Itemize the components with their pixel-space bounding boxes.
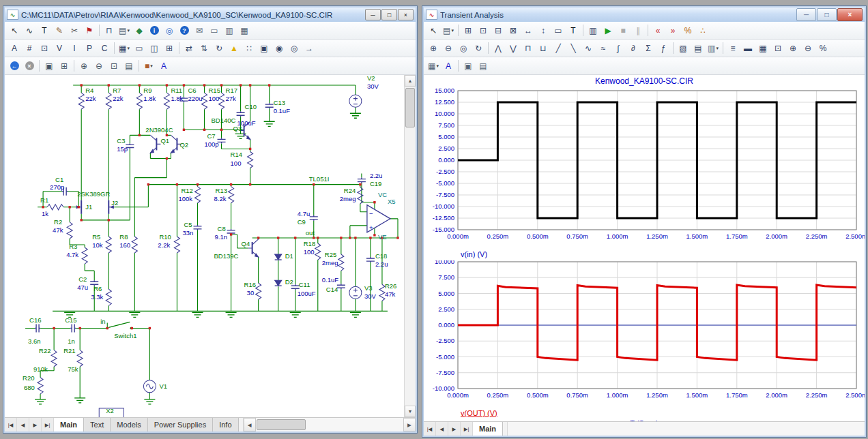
scrollbar-track[interactable] (508, 422, 865, 436)
tag-icon[interactable]: ▭ (551, 24, 565, 37)
stop-icon[interactable]: ■ (616, 24, 630, 37)
peak-icon[interactable]: ⋀ (491, 42, 505, 55)
function-icon[interactable]: ƒ (656, 42, 670, 55)
vout-axis-label[interactable]: v(OUT) (V) (461, 409, 865, 419)
flip-vertical-icon[interactable]: ⇅ (197, 42, 211, 55)
goto-icon[interactable]: → (302, 42, 316, 55)
flip-horizontal-icon[interactable]: ⇄ (182, 42, 196, 55)
select-icon[interactable]: ↖ (8, 24, 21, 37)
slope-down-icon[interactable]: ╲ (566, 42, 580, 55)
fill-color-icon[interactable]: ■▾ (142, 59, 156, 73)
grid-select-icon[interactable]: ▦▾ (426, 59, 440, 73)
border-icon[interactable]: ▭ (132, 42, 146, 55)
last-page-button[interactable]: ▶| (42, 418, 54, 432)
printer-icon[interactable]: ▦ (237, 24, 251, 37)
derivative-icon[interactable]: ∂ (626, 42, 640, 55)
ripple-icon[interactable]: ≈ (596, 42, 610, 55)
valley-icon[interactable]: ⋁ (506, 42, 520, 55)
horizontal-scrollbar[interactable]: ◀ ▶ (243, 418, 416, 432)
scrollbar-thumb[interactable] (257, 419, 306, 430)
waveform-icon[interactable]: ∿ (581, 42, 595, 55)
maximize-button[interactable]: □ (381, 9, 397, 20)
stack-plots-icon[interactable]: ▤ (691, 42, 705, 55)
percent-icon[interactable]: % (816, 42, 830, 55)
help-icon[interactable]: ? (177, 24, 191, 37)
copy-icon[interactable]: ▣ (461, 59, 475, 73)
cursor-left-icon[interactable]: « (651, 24, 665, 37)
sheet-icon[interactable]: ▥ (222, 24, 236, 37)
box-tool-icon[interactable]: ▣ (257, 42, 271, 55)
power-display-icon[interactable]: P (83, 42, 96, 55)
find-next-icon[interactable]: ◎ (287, 42, 301, 55)
pencil-icon[interactable]: ✎ (53, 24, 66, 37)
scale-icon[interactable]: % (681, 24, 695, 37)
maximize-button[interactable]: □ (817, 8, 837, 21)
paint-icon[interactable]: ◆ (132, 24, 146, 37)
rise-edge-icon[interactable]: ⊓ (521, 42, 535, 55)
find-icon[interactable]: ◉ (272, 42, 286, 55)
grid-icon[interactable]: ▦▾ (117, 42, 131, 55)
previous-page-button[interactable]: ◀ (17, 418, 29, 432)
back-icon[interactable]: ← (8, 59, 21, 73)
clipboard-icon[interactable]: ▥▾ (706, 42, 720, 55)
clipboard-icon[interactable]: ▤▾ (117, 24, 131, 37)
snapshot-icon[interactable]: ▤ (122, 59, 136, 73)
wire-mode-icon[interactable]: ∿ (23, 24, 36, 37)
close-button[interactable]: × (398, 9, 414, 20)
previous-page-button[interactable]: ◀ (436, 422, 448, 436)
first-page-button[interactable]: |◀ (5, 418, 17, 432)
scroll-down-button[interactable]: ▼ (405, 406, 416, 417)
zoom-out-icon[interactable]: ⊖ (92, 59, 106, 73)
scissors-icon[interactable]: ✂ (68, 24, 81, 37)
zoom-in-icon[interactable]: ⊕ (77, 59, 91, 73)
scrollbar-thumb[interactable] (405, 88, 415, 127)
transient-window-titlebar[interactable]: ∿ Transient Analysis ─ □ × (424, 7, 865, 22)
zoom-area-icon[interactable]: ⊡ (107, 59, 121, 73)
pin-numbers-icon[interactable]: # (23, 42, 36, 55)
run-icon[interactable]: ▶ (601, 24, 615, 37)
paste-icon[interactable]: ▤ (476, 59, 490, 73)
scope-box-icon[interactable]: ⊞ (461, 24, 475, 37)
notebook-icon[interactable]: ▬ (741, 42, 755, 55)
text-mode-icon[interactable]: T (38, 24, 51, 37)
first-page-button[interactable]: |◀ (424, 422, 436, 436)
duplicate-page-icon[interactable]: ⊞ (57, 59, 71, 73)
zoom-out-icon[interactable]: ⊖ (442, 42, 455, 55)
fft-icon[interactable]: Σ (641, 42, 655, 55)
cursor-right-icon[interactable]: » (666, 24, 680, 37)
tab-main[interactable]: Main (473, 422, 503, 436)
properties-icon[interactable]: ▥ (586, 24, 600, 37)
magnify-minus-icon[interactable]: ⊖ (801, 42, 815, 55)
list-icon[interactable]: ≡ (726, 42, 740, 55)
region-icon[interactable]: ▭ (207, 24, 221, 37)
tab-main[interactable]: Main (54, 418, 84, 432)
current-display-icon[interactable]: I (68, 42, 81, 55)
select-icon[interactable]: ↖ (426, 24, 440, 37)
horizontal-scrollbar[interactable] (507, 422, 865, 436)
measure-horizontal-icon[interactable]: ↔ (521, 24, 535, 37)
minimize-button[interactable]: ─ (365, 9, 381, 20)
next-page-button[interactable]: ▶ (448, 422, 461, 436)
warning-icon[interactable]: ▲ (227, 42, 241, 55)
scroll-left-button[interactable]: ◀ (244, 418, 256, 432)
font-icon[interactable]: A (442, 59, 455, 73)
schematic-window-titlebar[interactable]: ∿ C:\MC11\DATA\Petrov\RIAA\Kenwood\Kenwo… (5, 7, 416, 22)
mail-icon[interactable]: ✉ (192, 24, 206, 37)
title-block-icon[interactable]: ◫ (147, 42, 161, 55)
scope-zoom-icon[interactable]: ⊡ (476, 24, 490, 37)
crop-icon[interactable]: ⊡ (771, 42, 785, 55)
page-add-icon[interactable]: ⊞ (162, 42, 176, 55)
slope-up-icon[interactable]: ╱ (551, 42, 565, 55)
schematic-canvas[interactable]: R422kR722kR91.8kR111.8kC6220uR15100R1727… (5, 75, 416, 417)
magnify-plus-icon[interactable]: ⊕ (786, 42, 800, 55)
cursor-mode-icon[interactable]: ⊠ (506, 24, 520, 37)
refresh-icon[interactable]: ↻ (472, 42, 485, 55)
last-page-button[interactable]: ▶| (461, 422, 473, 436)
rotate-icon[interactable]: ↻ (212, 42, 226, 55)
overlay-icon[interactable]: ▧ (676, 42, 690, 55)
scrollbar-track[interactable] (256, 418, 403, 432)
cancel-icon[interactable]: × (23, 59, 36, 73)
scroll-up-button[interactable]: ▲ (405, 75, 416, 87)
plot-area[interactable]: Kenwood_KA9100-SC.CIR 15.00012.50010.000… (424, 75, 865, 421)
grid-dots-icon[interactable]: ∷ (242, 42, 256, 55)
